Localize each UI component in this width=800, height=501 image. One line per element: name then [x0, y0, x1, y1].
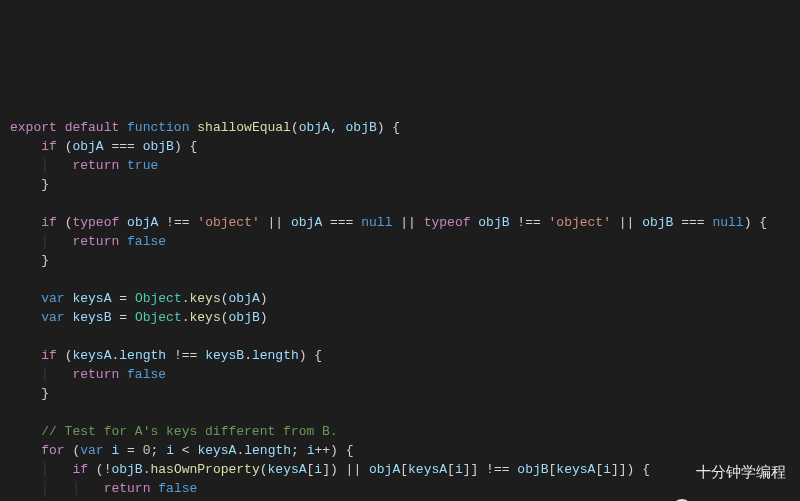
code-line: } — [10, 177, 49, 192]
code-line: } — [10, 253, 49, 268]
code-line: if (typeof objA !== 'object' || objA ===… — [10, 215, 767, 230]
keyword-return: return — [72, 158, 119, 173]
keyword-function: function — [127, 120, 189, 135]
keyword-default: default — [65, 120, 120, 135]
var-keysA: keysA — [72, 291, 111, 306]
var-i: i — [111, 443, 119, 458]
prop-length: length — [119, 348, 166, 363]
code-line — [10, 196, 18, 211]
code-line: │ if (!objB.hasOwnProperty(keysA[i]) || … — [10, 462, 650, 477]
code-line: var keysB = Object.keys(objB) — [10, 310, 268, 325]
comment: // Test for A's keys different from B. — [41, 424, 337, 439]
param-objB: objB — [346, 120, 377, 135]
keyword-typeof: typeof — [72, 215, 119, 230]
code-line: if (objA === objB) { — [10, 139, 197, 154]
class-Object: Object — [135, 291, 182, 306]
method-keys: keys — [190, 291, 221, 306]
function-name: shallowEqual — [197, 120, 291, 135]
number-zero: 0 — [143, 443, 151, 458]
code-line: } — [10, 386, 49, 401]
param-objA: objA — [299, 120, 330, 135]
var-keysB: keysB — [72, 310, 111, 325]
code-line: for (var i = 0; i < keysA.length; i++) { — [10, 443, 354, 458]
code-line: export default function shallowEqual(obj… — [10, 120, 400, 135]
literal-true: true — [127, 158, 158, 173]
code-line: // Test for A's keys different from B. — [10, 424, 338, 439]
keyword-for: for — [41, 443, 64, 458]
watermark: 十分钟学编程 — [672, 461, 786, 481]
code-line — [10, 329, 18, 344]
literal-null: null — [361, 215, 392, 230]
code-line: │ return true — [10, 158, 158, 173]
string-object: 'object' — [197, 215, 259, 230]
method-hasOwnProperty: hasOwnProperty — [151, 462, 260, 477]
code-editor[interactable]: export default function shallowEqual(obj… — [0, 95, 800, 501]
code-line: │ │ return false — [10, 481, 197, 496]
code-line — [10, 272, 18, 287]
keyword-if: if — [41, 139, 57, 154]
literal-false: false — [127, 234, 166, 249]
code-line: │ return false — [10, 234, 166, 249]
watermark-text: 十分钟学编程 — [696, 462, 786, 481]
keyword-export: export — [10, 120, 57, 135]
keyword-var: var — [41, 291, 64, 306]
code-line — [10, 405, 18, 420]
wechat-icon — [672, 461, 692, 481]
code-line: if (keysA.length !== keysB.length) { — [10, 348, 322, 363]
code-line: var keysA = Object.keys(objA) — [10, 291, 268, 306]
code-line: │ return false — [10, 367, 166, 382]
